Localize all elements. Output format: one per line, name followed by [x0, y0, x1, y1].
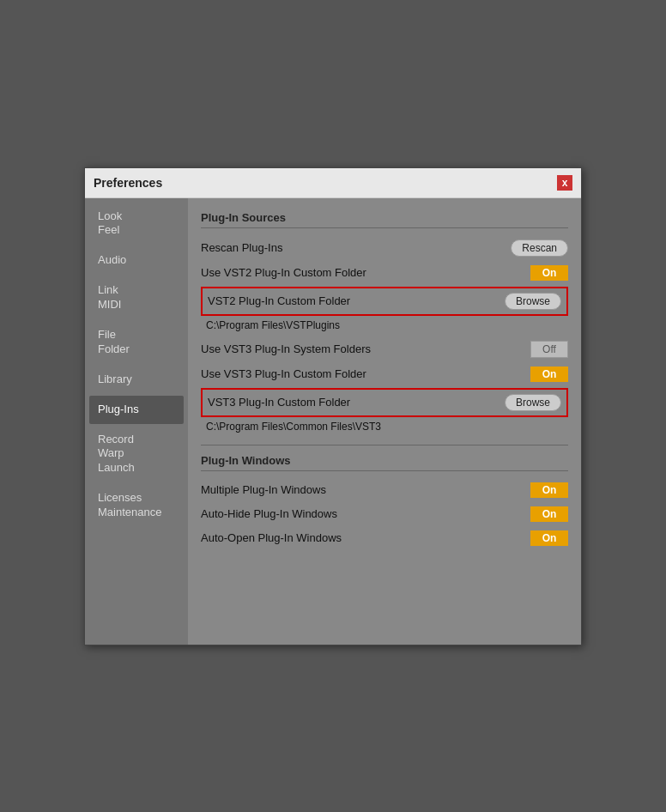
auto-open-label: Auto-Open Plug-In Windows [201, 531, 342, 544]
plug-in-windows-title: Plug-In Windows [201, 454, 568, 471]
rescan-button[interactable]: Rescan [511, 239, 568, 257]
main-content: Plug-In Sources Rescan Plug-Ins Rescan U… [188, 198, 581, 645]
auto-hide-toggle[interactable]: On [530, 506, 568, 522]
sidebar-item-audio[interactable]: Audio [89, 246, 184, 275]
vst3-folder-label: VST3 Plug-In Custom Folder [208, 396, 350, 409]
vst2-folder-row: VST2 Plug-In Custom Folder Browse [201, 287, 568, 316]
rescan-label: Rescan Plug-Ins [201, 241, 282, 254]
auto-hide-row: Auto-Hide Plug-In Windows On [201, 502, 568, 526]
use-vst3-custom-label: Use VST3 Plug-In Custom Folder [201, 367, 366, 380]
sidebar-item-plug-ins[interactable]: Plug-Ins [89, 396, 184, 424]
vst2-path: C:\Program Files\VSTPlugins [201, 318, 568, 336]
plug-in-sources-title: Plug-In Sources [201, 211, 568, 228]
multi-windows-toggle[interactable]: On [530, 482, 568, 498]
use-vst3-custom-toggle[interactable]: On [530, 367, 568, 382]
sidebar-item-file-folder[interactable]: File Folder [89, 321, 184, 364]
dialog-body: Look Feel Audio Link MIDI File Folder Li… [85, 198, 581, 645]
use-vst2-row: Use VST2 Plug-In Custom Folder On [201, 261, 568, 285]
sidebar-item-link-midi[interactable]: Link MIDI [89, 276, 184, 319]
use-vst2-label: Use VST2 Plug-In Custom Folder [201, 266, 366, 279]
sidebar-item-look-feel[interactable]: Look Feel [89, 203, 184, 245]
auto-hide-label: Auto-Hide Plug-In Windows [201, 507, 337, 520]
vst3-path: C:\Program Files\Common Files\VST3 [201, 419, 568, 438]
dialog-title: Preferences [94, 176, 162, 190]
close-button[interactable]: x [557, 175, 572, 191]
use-vst3-system-label: Use VST3 Plug-In System Folders [201, 342, 371, 355]
multi-windows-row: Multiple Plug-In Windows On [201, 478, 568, 502]
auto-open-toggle[interactable]: On [530, 530, 568, 546]
sidebar-item-record-warp-launch[interactable]: Record Warp Launch [89, 426, 184, 483]
sidebar-item-licenses-maintenance[interactable]: Licenses Maintenance [89, 484, 184, 527]
use-vst3-custom-row: Use VST3 Plug-In Custom Folder On [201, 362, 568, 386]
title-bar: Preferences x [85, 168, 581, 198]
multi-windows-label: Multiple Plug-In Windows [201, 483, 326, 496]
sidebar-item-library[interactable]: Library [89, 366, 184, 394]
rescan-row: Rescan Plug-Ins Rescan [201, 235, 568, 261]
use-vst3-system-toggle[interactable]: Off [530, 341, 568, 358]
divider [201, 445, 568, 445]
vst3-folder-row: VST3 Plug-In Custom Folder Browse [201, 388, 568, 417]
vst2-browse-button[interactable]: Browse [505, 293, 561, 310]
use-vst3-system-row: Use VST3 Plug-In System Folders Off [201, 336, 568, 362]
auto-open-row: Auto-Open Plug-In Windows On [201, 526, 568, 550]
use-vst2-toggle[interactable]: On [530, 265, 568, 281]
sidebar: Look Feel Audio Link MIDI File Folder Li… [85, 198, 188, 645]
vst3-browse-button[interactable]: Browse [505, 394, 561, 411]
vst2-folder-label: VST2 Plug-In Custom Folder [208, 294, 350, 307]
preferences-dialog: Preferences x Look Feel Audio Link MIDI … [84, 167, 582, 645]
